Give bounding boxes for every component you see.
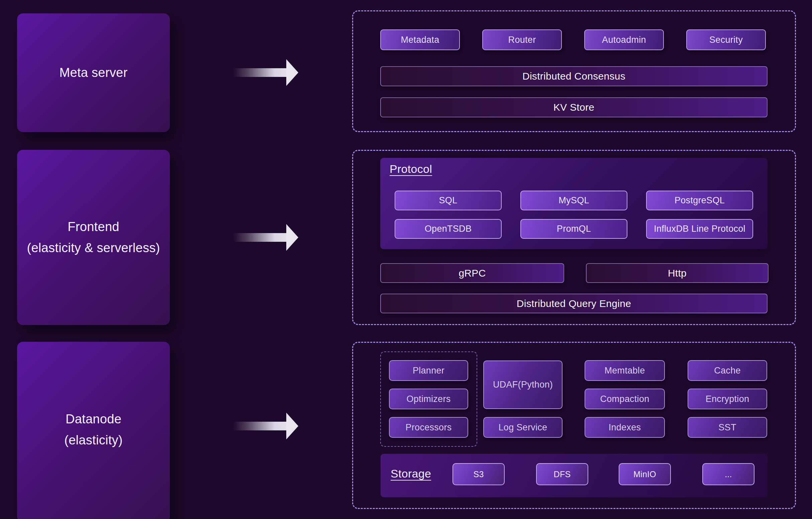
log-service-label: Log Service <box>499 422 548 433</box>
compaction-label: Compaction <box>600 394 649 404</box>
promql-button: PromQL <box>520 219 628 239</box>
protocol-heading: Protocol <box>389 163 432 176</box>
minio-label: MinIO <box>633 469 656 479</box>
kv-store-bar: KV Store <box>380 97 767 117</box>
grpc-label: gRPC <box>459 267 486 279</box>
sql-label: SQL <box>439 195 458 206</box>
influxdb-line-protocol-label: InfluxDB Line Protocol <box>654 224 746 234</box>
dfs-label: DFS <box>554 469 571 479</box>
dfs-chip: DFS <box>536 463 588 485</box>
arrow-head <box>286 413 298 439</box>
log-service-button: Log Service <box>483 417 562 438</box>
protocol-panel: Protocol SQL MySQL PostgreSQL OpenTSDB P… <box>380 158 767 249</box>
kv-store-label: KV Store <box>553 102 594 113</box>
optimizers-label: Optimizers <box>406 394 451 404</box>
sst-button: SST <box>688 417 767 438</box>
more-storage-chip: ... <box>702 463 754 485</box>
mysql-label: MySQL <box>558 195 589 206</box>
security-chip-label: Security <box>709 35 743 45</box>
grpc-bar: gRPC <box>380 263 564 283</box>
cache-label: Cache <box>714 366 741 376</box>
planner-label: Planner <box>413 366 444 376</box>
frontend-section: Protocol SQL MySQL PostgreSQL OpenTSDB P… <box>352 150 796 325</box>
more-storage-label: ... <box>725 469 732 479</box>
meta-section: Metadata Router Autoadmin Security Distr… <box>352 10 796 132</box>
cache-button: Cache <box>688 360 767 381</box>
postgresql-button: PostgreSQL <box>646 191 753 210</box>
distributed-consensus-bar: Distributed Consensus <box>380 66 767 86</box>
frontend-label-line1: Frontend <box>67 217 119 237</box>
distributed-consensus-label: Distributed Consensus <box>522 70 626 82</box>
architecture-diagram: Meta server Frontend (elasticity & serve… <box>0 0 812 519</box>
frontend-label-line2: (elasticity & serverless) <box>27 237 160 259</box>
udaf-python-box: UDAF(Python) <box>483 361 562 409</box>
security-chip: Security <box>686 29 766 50</box>
mysql-button: MySQL <box>520 191 628 210</box>
opentsdb-button: OpenTSDB <box>395 219 502 239</box>
distributed-query-engine-bar: Distributed Query Engine <box>380 294 767 313</box>
arrow-head <box>286 59 298 86</box>
datanode-section: Planner Optimizers Processors UDAF(Pytho… <box>352 342 796 509</box>
promql-label: PromQL <box>557 224 591 234</box>
planner-button: Planner <box>389 360 468 381</box>
http-label: Http <box>668 267 687 279</box>
sst-label: SST <box>718 422 736 433</box>
frontend-arrow-right-icon <box>233 224 298 251</box>
indexes-button: Indexes <box>585 417 665 438</box>
router-chip: Router <box>482 29 562 50</box>
arrow-shaft <box>233 233 286 242</box>
datanode-label-line1: Datanode <box>65 409 121 430</box>
autoadmin-chip: Autoadmin <box>584 29 664 50</box>
meta-server-box: Meta server <box>17 13 170 132</box>
storage-panel: Storage S3 DFS MinIO ... <box>381 454 767 497</box>
datanode-arrow-right-icon <box>233 413 298 439</box>
http-bar: Http <box>586 263 768 283</box>
optimizers-button: Optimizers <box>389 388 468 409</box>
meta-server-label: Meta server <box>60 62 128 83</box>
router-chip-label: Router <box>508 35 536 45</box>
frontend-box: Frontend (elasticity & serverless) <box>17 150 170 325</box>
sql-button: SQL <box>395 191 502 210</box>
minio-chip: MinIO <box>619 463 671 485</box>
encryption-label: Encryption <box>706 394 750 404</box>
compaction-button: Compaction <box>585 388 665 409</box>
influxdb-line-protocol-button: InfluxDB Line Protocol <box>646 219 753 239</box>
s3-chip: S3 <box>453 463 505 485</box>
datanode-label-line2: (elasticity) <box>64 430 123 451</box>
autoadmin-chip-label: Autoadmin <box>602 35 646 45</box>
storage-heading: Storage <box>390 467 431 480</box>
indexes-label: Indexes <box>609 422 641 433</box>
distributed-query-engine-label: Distributed Query Engine <box>517 298 631 309</box>
processors-button: Processors <box>389 417 468 438</box>
processors-label: Processors <box>405 422 452 433</box>
udaf-python-label: UDAF(Python) <box>493 379 553 390</box>
memtable-label: Memtable <box>605 366 645 376</box>
postgresql-label: PostgreSQL <box>674 195 725 206</box>
meta-arrow-right-icon <box>233 59 298 86</box>
metadata-chip-label: Metadata <box>401 35 439 45</box>
s3-label: S3 <box>473 469 484 479</box>
datanode-box: Datanode (elasticity) <box>17 342 170 519</box>
memtable-button: Memtable <box>585 360 665 381</box>
opentsdb-label: OpenTSDB <box>425 224 471 234</box>
arrow-shaft <box>233 422 286 430</box>
arrow-shaft <box>233 68 286 77</box>
encryption-button: Encryption <box>688 388 767 409</box>
metadata-chip: Metadata <box>380 29 460 50</box>
arrow-head <box>286 224 298 251</box>
